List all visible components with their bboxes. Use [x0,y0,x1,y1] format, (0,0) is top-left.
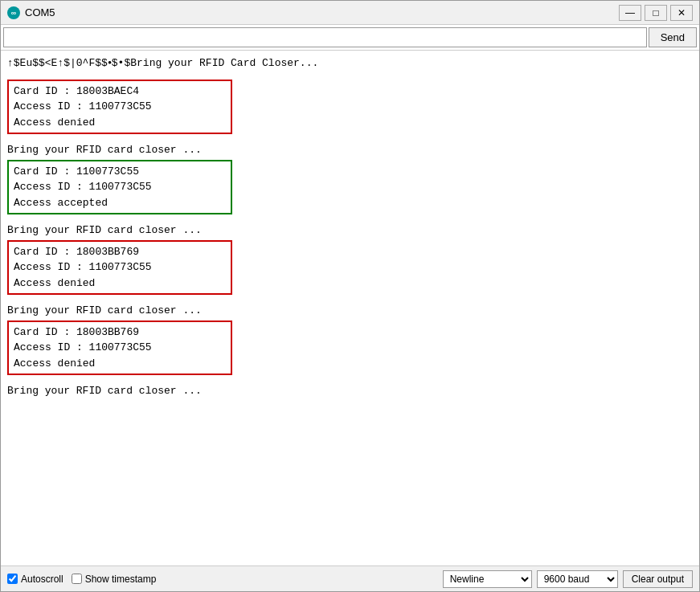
card-block-3-line1: Card ID : 18003BB769 [14,244,226,260]
autoscroll-label: Autoscroll [21,574,63,585]
baud-dropdown[interactable]: 300 baud 1200 baud 2400 baud 4800 baud 9… [537,570,618,588]
send-button[interactable]: Send [649,27,697,47]
status-right: No line ending Newline Carriage return B… [443,570,693,588]
separator-line-2: Bring your RFID card closer ... [7,223,693,239]
card-block-4: Card ID : 18003BB769 Access ID : 1100773… [7,320,232,376]
spacer4 [7,296,693,303]
minimize-button[interactable]: — [619,5,641,21]
autoscroll-group: Autoscroll [7,574,63,585]
spacer3 [7,216,693,223]
card-block-3: Card ID : 18003BB769 Access ID : 1100773… [7,240,232,296]
title-bar-left: ∞ COM5 [7,6,55,19]
card-block-2-line1: Card ID : 1100773C55 [14,164,226,180]
autoscroll-checkbox[interactable] [7,574,18,584]
clear-output-button[interactable]: Clear output [623,570,693,588]
card-block-4-line3: Access denied [14,356,226,372]
send-bar: Send [1,25,699,51]
main-window: ∞ COM5 — □ ✕ Send ↑$Eu$$<E↑$|0^F$$⦁$•$Br… [0,0,700,592]
card-block-1-line1: Card ID : 18003BAEC4 [14,84,226,100]
card-block-3-line3: Access denied [14,276,226,292]
timestamp-label: Show timestamp [85,574,157,585]
card-block-1-line2: Access ID : 1100773C55 [14,99,226,115]
newline-dropdown[interactable]: No line ending Newline Carriage return B… [443,570,532,588]
timestamp-checkbox[interactable] [72,574,82,584]
card-block-2-line3: Access accepted [14,195,226,211]
maximize-button[interactable]: □ [645,5,667,21]
title-buttons: — □ ✕ [619,5,693,21]
card-block-2: Card ID : 1100773C55 Access ID : 1100773… [7,160,232,215]
card-block-1-line3: Access denied [14,115,226,131]
timestamp-group: Show timestamp [72,574,157,585]
separator-line-1: Bring your RFID card closer ... [7,142,693,158]
spacer1 [7,71,693,78]
card-block-4-line2: Access ID : 1100773C55 [14,340,226,356]
send-input[interactable] [3,27,647,47]
final-line: Bring your RFID card closer ... [7,383,693,399]
spacer2 [7,136,693,142]
spacer5 [7,377,693,383]
serial-output: ↑$Eu$$<E↑$|0^F$$⦁$•$Bring your RFID Card… [1,51,699,565]
title-bar: ∞ COM5 — □ ✕ [1,1,699,25]
card-block-4-line1: Card ID : 18003BB769 [14,325,226,341]
card-block-3-line2: Access ID : 1100773C55 [14,259,226,276]
header-line: ↑$Eu$$<E↑$|0^F$$⦁$•$Bring your RFID Card… [7,55,693,71]
card-block-1: Card ID : 18003BAEC4 Access ID : 1100773… [7,80,232,135]
arduino-icon: ∞ [7,6,20,19]
card-block-2-line2: Access ID : 1100773C55 [14,179,226,195]
separator-line-3: Bring your RFID card closer ... [7,303,693,319]
close-button[interactable]: ✕ [670,5,693,21]
status-bar: Autoscroll Show timestamp No line ending… [1,565,699,591]
window-title: COM5 [25,6,55,18]
